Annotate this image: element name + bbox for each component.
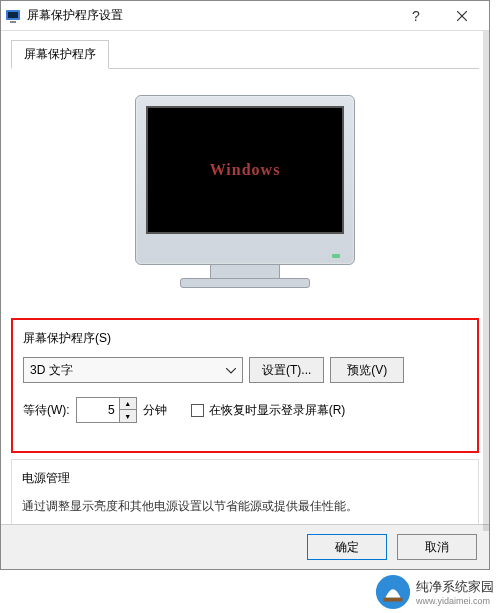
shadow-strip: [483, 31, 489, 531]
svg-rect-6: [384, 598, 403, 602]
tab-row: 屏幕保护程序: [11, 39, 479, 69]
watermark-logo-icon: [374, 573, 412, 611]
svg-rect-1: [8, 12, 18, 18]
power-group-title: 电源管理: [22, 470, 468, 487]
resume-checkbox[interactable]: 在恢复时显示登录屏幕(R): [191, 402, 346, 419]
titlebar[interactable]: 屏幕保护程序设置 ?: [1, 1, 489, 31]
power-description: 通过调整显示亮度和其他电源设置以节省能源或提供最佳性能。: [22, 497, 468, 515]
screensaver-group-title: 屏幕保护程序(S): [23, 330, 467, 347]
settings-button[interactable]: 设置(T)...: [249, 357, 324, 383]
monitor-stand: [210, 265, 280, 279]
tab-screensaver[interactable]: 屏幕保护程序: [11, 40, 109, 69]
screensaver-combobox[interactable]: 3D 文字: [23, 357, 243, 383]
close-button[interactable]: [439, 1, 485, 31]
preview-button[interactable]: 预览(V): [330, 357, 404, 383]
checkbox-box: [191, 404, 204, 417]
monitor-preview-area: Windows: [11, 75, 479, 312]
watermark: 纯净系统家园 www.yidaimei.com: [372, 571, 496, 613]
app-icon: [5, 8, 21, 24]
svg-rect-2: [10, 21, 16, 23]
watermark-url: www.yidaimei.com: [416, 596, 494, 606]
monitor-frame: Windows: [135, 95, 355, 265]
content-area: 屏幕保护程序 Windows 屏幕保护程序(S) 3D 文字: [1, 31, 489, 573]
watermark-brand: 纯净系统家园: [416, 579, 494, 594]
monitor-graphic: Windows: [135, 95, 355, 288]
watermark-text-block: 纯净系统家园 www.yidaimei.com: [416, 578, 494, 606]
window-title: 屏幕保护程序设置: [27, 7, 393, 24]
wait-unit-label: 分钟: [143, 402, 167, 419]
screensaver-selected-value: 3D 文字: [30, 362, 73, 379]
ok-button[interactable]: 确定: [307, 534, 387, 560]
monitor-base: [180, 278, 310, 288]
wait-input[interactable]: [77, 398, 119, 422]
monitor-power-led: [332, 254, 340, 258]
spin-down-button[interactable]: ▼: [120, 410, 136, 422]
screensaver-preview-text: Windows: [210, 161, 281, 179]
chevron-down-icon: [226, 363, 236, 377]
dialog-footer: 确定 取消: [1, 524, 489, 569]
wait-spinbox[interactable]: ▲ ▼: [76, 397, 137, 423]
wait-label: 等待(W):: [23, 402, 70, 419]
spin-up-button[interactable]: ▲: [120, 398, 136, 410]
wait-row: 等待(W): ▲ ▼ 分钟 在恢复时显示登录屏幕(R): [23, 397, 467, 423]
monitor-screen: Windows: [146, 106, 344, 234]
close-icon: [457, 11, 467, 21]
screensaver-settings-window: 屏幕保护程序设置 ? 屏幕保护程序 Windows 屏幕保护程序(S): [0, 0, 490, 570]
screensaver-group: 屏幕保护程序(S) 3D 文字 设置(T)... 预览(V) 等待(W): ▲: [11, 318, 479, 453]
resume-checkbox-label: 在恢复时显示登录屏幕(R): [209, 402, 346, 419]
screensaver-select-row: 3D 文字 设置(T)... 预览(V): [23, 357, 467, 383]
help-button[interactable]: ?: [393, 1, 439, 31]
cancel-button[interactable]: 取消: [397, 534, 477, 560]
